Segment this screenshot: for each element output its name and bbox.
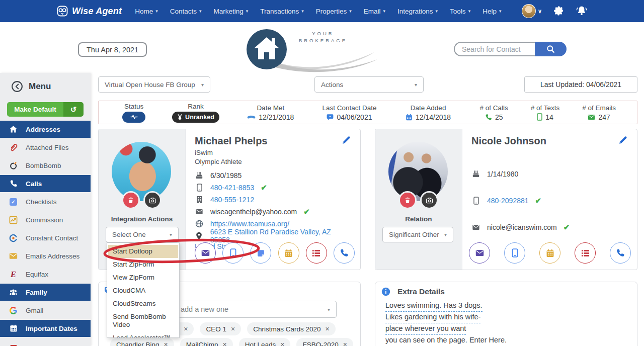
nav-help[interactable]: Help▾ [476, 5, 507, 18]
nav-integrations[interactable]: Integrations▾ [391, 5, 444, 18]
sidebar-item-addresses[interactable]: Addresses [0, 121, 91, 138]
settings-gear-icon[interactable] [553, 6, 565, 17]
sidebar-item-gmail[interactable]: Gmail [0, 302, 91, 319]
dropdown-option-start-dotloop[interactable]: Start Dotloop [108, 245, 178, 258]
notifications-bell-icon[interactable] [576, 5, 588, 17]
sidebar-item-important-dates[interactable]: Important Dates [0, 320, 91, 337]
dropdown-option-cloudcma[interactable]: CloudCMA [107, 284, 179, 297]
sidebar-item-partial[interactable] [0, 338, 91, 346]
phone-icon [9, 180, 18, 188]
collapse-menu-icon[interactable] [11, 80, 23, 93]
call-button[interactable] [610, 242, 631, 264]
nav-tools[interactable]: Tools▾ [444, 5, 476, 18]
group-select[interactable]: Virtual Open House FB Group▾ [98, 76, 210, 93]
send-email-button[interactable] [469, 242, 490, 264]
dropdown-option-view-zipform[interactable]: View ZipForm [107, 271, 179, 284]
add-appointment-button[interactable] [278, 242, 299, 264]
dropdown-option-cloudstreams[interactable]: CloudStreams [107, 297, 179, 310]
date-button[interactable]: Thu Apr 8, 2021 [78, 42, 147, 57]
sidebar-item-commission[interactable]: Commission [0, 211, 91, 228]
note-line[interactable]: you can see on the page. Enter Here. [385, 336, 507, 346]
relation-select[interactable]: Significant Other▾ [382, 227, 453, 242]
address-link[interactable]: 6623 E Stallion Rd Paradise Valley, AZ 8… [210, 228, 351, 244]
edit-contact-icon[interactable] [342, 135, 351, 145]
website-link[interactable]: https://www.teamusa.org/ [210, 220, 289, 228]
tasks-list-button[interactable] [306, 242, 327, 264]
note-line[interactable]: Likes gardening with his wife- [385, 313, 480, 323]
calendar-icon [9, 324, 18, 332]
sidebar-item-attached-files[interactable]: Attached Files [0, 139, 91, 156]
house-icon [9, 125, 18, 133]
delete-photo-button[interactable] [122, 191, 140, 209]
delete-photo-button[interactable] [398, 191, 417, 209]
mobile-phone-link[interactable]: 480-421-8853 [210, 184, 254, 192]
caret-down-icon: ▾ [246, 9, 249, 14]
pulse-icon [130, 114, 138, 120]
add-appointment-button[interactable] [539, 242, 560, 264]
chart-icon [9, 216, 18, 224]
send-text-button[interactable] [222, 242, 244, 264]
spouse-mobile-link[interactable]: 480-2092881 [487, 197, 529, 205]
call-button[interactable] [334, 242, 355, 264]
brand-name: Wise Agent [72, 6, 122, 17]
dropdown-option-start-zipform[interactable]: Start ZipForm [107, 258, 179, 271]
edit-spouse-icon[interactable] [618, 135, 628, 145]
make-default-button[interactable]: Make Default ↺ [7, 102, 84, 117]
remove-tag-icon[interactable]: × [325, 325, 329, 333]
remove-tag-icon[interactable]: × [280, 340, 284, 346]
caret-down-icon: ▾ [155, 9, 158, 14]
extra-details-notes[interactable]: Loves swimming. Has 3 dogs. Likes garden… [385, 301, 507, 346]
nav-email[interactable]: Email▾ [358, 5, 391, 18]
spouse-email-text[interactable]: nicole@icanswim.com [487, 223, 557, 231]
search-input[interactable] [454, 42, 535, 56]
dropdown-option-send-bombbomb-video[interactable]: Send BombBomb Video [107, 310, 179, 331]
contact-company: iSwim [195, 149, 351, 156]
constant-contact-logo-icon [9, 234, 18, 242]
dropdown-option-lead-accelerator[interactable]: Lead Accelerator™ [107, 331, 179, 338]
integration-actions-select[interactable]: Select One▾ [106, 227, 179, 242]
add-note-button[interactable] [250, 242, 271, 264]
nav-home[interactable]: Home▾ [129, 5, 164, 18]
info-icon [381, 287, 390, 296]
envelope-icon [475, 249, 485, 256]
sidebar-item-family[interactable]: Family [0, 284, 91, 301]
nav-properties[interactable]: Properties▾ [310, 5, 358, 18]
sidebar-item-bombbomb[interactable]: BombBomb [0, 157, 91, 174]
change-photo-button[interactable] [143, 191, 162, 209]
send-text-button[interactable] [504, 242, 525, 264]
sidebar-item-checklists[interactable]: ✓ Checklists [0, 193, 91, 210]
nav-contacts[interactable]: Contacts▾ [164, 5, 208, 18]
sidebar-item-calls[interactable]: Calls [0, 175, 91, 192]
birthday-row: 6/30/1985 [195, 169, 351, 182]
sidebar-item-emails-addresses[interactable]: Emails Addresses [0, 247, 91, 265]
verified-check-icon: ✔ [564, 223, 570, 232]
caret-down-icon: ▾ [444, 232, 447, 237]
medal-icon [177, 114, 183, 120]
note-line[interactable]: place wherever you want [385, 324, 466, 335]
reset-undo-icon: ↺ [63, 102, 84, 117]
send-email-button[interactable] [195, 242, 216, 264]
email-text[interactable]: wiseagenthelp@yahoo.com [210, 208, 297, 216]
remove-tag-icon[interactable]: × [343, 340, 347, 346]
actions-select[interactable]: Actions▾ [314, 76, 424, 93]
remove-tag-icon[interactable]: × [231, 325, 235, 333]
note-line[interactable]: Loves swimming. Has 3 dogs. [385, 301, 482, 312]
user-menu[interactable]: ∨ [522, 4, 542, 18]
sidebar-item-constant-contact[interactable]: Constant Contact [0, 229, 91, 246]
nav-transactions[interactable]: Transactions▾ [254, 5, 309, 18]
remove-tag-icon[interactable]: × [223, 340, 227, 346]
remove-tag-icon[interactable]: × [164, 340, 168, 346]
change-photo-button[interactable] [420, 191, 438, 209]
remove-tag-icon[interactable]: × [184, 325, 188, 333]
stat-status: Status [108, 103, 160, 123]
sidebar-item-equifax[interactable]: E Equifax [0, 266, 91, 283]
wise-agent-brand[interactable]: Wise Agent [57, 6, 122, 17]
tasks-list-button[interactable] [575, 242, 596, 264]
nav-marketing[interactable]: Marketing▾ [208, 5, 255, 18]
search-icon [546, 45, 555, 53]
main-content: Virtual Open House FB Group▾ Actions▾ La… [91, 73, 644, 346]
top-navbar: Wise Agent Home▾ Contacts▾ Marketing▾ Tr… [0, 0, 644, 22]
spouse-name: Nicole Johnson [471, 135, 546, 147]
search-button[interactable] [535, 42, 567, 56]
office-phone-link[interactable]: 480-555-1212 [210, 196, 254, 204]
